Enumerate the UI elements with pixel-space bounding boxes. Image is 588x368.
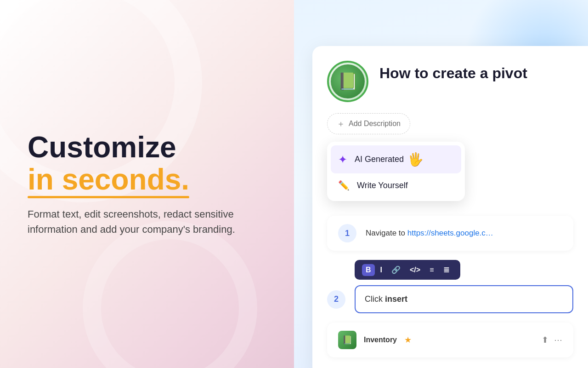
- add-description-label: Add Description: [349, 120, 401, 128]
- bottom-card: 📗 Inventory ★ ⬆ ⋯: [327, 322, 573, 357]
- main-card: 📗 How to create a pivot ＋ Add Descriptio…: [312, 46, 588, 368]
- list-button[interactable]: ≡: [426, 264, 437, 276]
- ai-generated-label: AI Generated: [355, 155, 404, 164]
- sparkle-icon: ✦: [338, 153, 347, 166]
- more-icon[interactable]: ⋯: [554, 335, 562, 345]
- bold-button[interactable]: B: [362, 264, 375, 276]
- card-title: How to create a pivot: [379, 61, 527, 82]
- olist-button[interactable]: ≣: [440, 264, 453, 276]
- left-panel: Customize in seconds. Format text, edit …: [0, 0, 294, 368]
- step-1-number: 1: [338, 224, 356, 242]
- star-icon: ★: [404, 335, 412, 345]
- dropdown-menu: ✦ AI Generated 🖐 ✏️ Write Yourself: [327, 142, 465, 201]
- bottom-app-icon: 📗: [338, 331, 356, 349]
- bottom-title: Inventory: [364, 336, 397, 344]
- app-icon: 📗: [327, 61, 368, 102]
- code-button[interactable]: </>: [406, 264, 424, 276]
- step-1-text: Navigate to https://sheets.google.c…: [366, 229, 493, 238]
- italic-button[interactable]: I: [377, 264, 386, 276]
- card-header: 📗 How to create a pivot: [327, 61, 573, 102]
- step-2-row: 2 Click insert: [327, 285, 573, 313]
- step-1-row: 1 Navigate to https://sheets.google.c…: [327, 216, 573, 251]
- pencil-icon: ✏️: [338, 180, 350, 191]
- headline-line2: in seconds.: [28, 163, 189, 196]
- cursor-icon: 🖐: [407, 152, 424, 167]
- write-yourself-label: Write Yourself: [357, 181, 408, 190]
- headline: Customize in seconds.: [28, 131, 266, 196]
- add-description-button[interactable]: ＋ Add Description: [327, 113, 410, 134]
- text-toolbar: B I 🔗 </> ≡ ≣: [355, 260, 460, 280]
- step-2-editor[interactable]: Click insert: [355, 285, 573, 313]
- right-panel: 📗 How to create a pivot ＋ Add Descriptio…: [294, 0, 588, 368]
- sheets-icon: 📗: [338, 72, 358, 91]
- action-icons: ⬆ ⋯: [542, 335, 562, 345]
- link-button[interactable]: 🔗: [388, 264, 404, 276]
- step-2-number: 2: [327, 290, 345, 309]
- dropdown-item-ai[interactable]: ✦ AI Generated 🖐: [331, 145, 461, 173]
- dropdown-item-write[interactable]: ✏️ Write Yourself: [331, 173, 461, 197]
- step-1-link[interactable]: https://sheets.google.c…: [407, 229, 493, 237]
- subtext: Format text, edit screenshots, redact se…: [28, 207, 248, 237]
- share-icon[interactable]: ⬆: [542, 335, 548, 345]
- headline-line1: Customize: [28, 131, 176, 164]
- plus-icon: ＋: [337, 118, 345, 129]
